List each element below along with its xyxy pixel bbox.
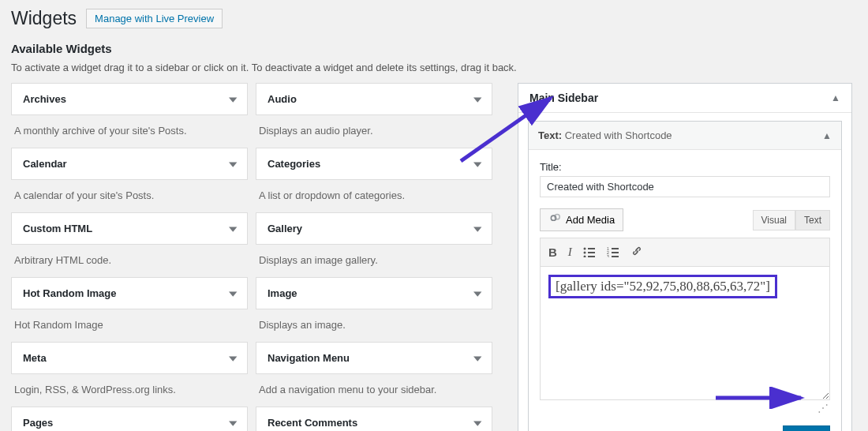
svg-rect-3 xyxy=(588,252,595,253)
svg-rect-1 xyxy=(588,248,595,249)
svg-rect-11 xyxy=(612,256,619,257)
widget-name: Gallery xyxy=(268,223,302,234)
available-widget[interactable]: Gallery▾ xyxy=(256,212,492,245)
shortcode-text: [gallery ids="52,92,75,80,88,65,63,72"] xyxy=(548,275,777,298)
bullet-list-button[interactable] xyxy=(583,246,596,259)
available-widget[interactable]: Meta▾ xyxy=(11,342,248,374)
widget-description: Hot Random Image xyxy=(11,309,248,342)
widget-name: Calendar xyxy=(23,158,67,170)
chevron-down-icon: ▾ xyxy=(229,352,238,364)
widget-name: Image xyxy=(268,287,297,299)
page-title: Widgets xyxy=(11,8,77,29)
widget-name: Custom HTML xyxy=(23,223,92,234)
manage-live-preview-button[interactable]: Manage with Live Preview xyxy=(86,9,223,28)
collapse-icon: ▲ xyxy=(831,92,840,103)
svg-point-4 xyxy=(583,255,586,257)
sidebar-area-main: Main Sidebar ▲ Text: Created with Shortc… xyxy=(518,83,852,431)
bold-button[interactable]: B xyxy=(548,245,557,259)
widget-description: Displays an image gallery. xyxy=(256,245,492,277)
chevron-down-icon: ▾ xyxy=(473,352,482,364)
chevron-down-icon: ▾ xyxy=(229,93,238,105)
tab-visual[interactable]: Visual xyxy=(753,210,795,230)
widget-name: Recent Comments xyxy=(268,417,357,429)
available-widget[interactable]: Recent Comments▾ xyxy=(256,407,492,431)
available-widget[interactable]: Hot Random Image▾ xyxy=(11,277,248,309)
widget-name: Categories xyxy=(268,158,320,170)
svg-rect-5 xyxy=(588,256,595,257)
widget-name: Archives xyxy=(23,93,66,105)
chevron-down-icon: ▾ xyxy=(229,287,238,299)
available-widgets-description: To activate a widget drag it to a sideba… xyxy=(11,62,852,73)
available-widget[interactable]: Calendar▾ xyxy=(11,148,248,180)
widget-name: Meta xyxy=(23,352,47,364)
widget-name: Navigation Menu xyxy=(268,352,350,364)
save-button[interactable]: Save xyxy=(783,425,830,431)
chevron-down-icon: ▾ xyxy=(473,93,482,105)
collapse-icon: ▲ xyxy=(822,130,832,141)
chevron-down-icon: ▾ xyxy=(229,158,238,170)
chevron-down-icon: ▾ xyxy=(473,417,482,429)
widget-name: Audio xyxy=(268,93,297,105)
available-widget[interactable]: Navigation Menu▾ xyxy=(256,342,492,374)
available-widget[interactable]: Archives▾ xyxy=(11,83,248,115)
widget-description: A list or dropdown of categories. xyxy=(256,180,492,212)
available-widget[interactable]: Pages▾ xyxy=(11,407,248,431)
media-icon xyxy=(548,213,561,227)
chevron-down-icon: ▾ xyxy=(473,223,482,234)
add-media-button[interactable]: Add Media xyxy=(540,208,623,231)
title-input[interactable] xyxy=(540,176,830,197)
widget-description: A monthly archive of your site's Posts. xyxy=(11,115,248,148)
widget-type-label: Text: xyxy=(538,129,562,141)
title-field-label: Title: xyxy=(540,161,830,173)
svg-point-2 xyxy=(583,251,586,253)
svg-rect-7 xyxy=(612,248,619,249)
widget-name: Pages xyxy=(23,417,53,429)
available-widget[interactable]: Custom HTML▾ xyxy=(11,212,248,245)
svg-point-0 xyxy=(583,247,586,249)
tab-text[interactable]: Text xyxy=(795,210,830,230)
sidebar-header[interactable]: Main Sidebar ▲ xyxy=(518,84,851,113)
numbered-list-button[interactable]: 123 xyxy=(607,246,619,259)
widget-name: Hot Random Image xyxy=(23,287,116,299)
link-button[interactable] xyxy=(630,245,643,260)
sidebar-title: Main Sidebar xyxy=(529,92,598,104)
widget-instance-text: Text: Created with Shortcode ▲ Title: xyxy=(528,121,842,431)
widget-description: Add a navigation menu to your sidebar. xyxy=(256,374,492,407)
widget-subtitle: Created with Shortcode xyxy=(565,129,672,141)
chevron-down-icon: ▾ xyxy=(473,287,482,299)
editor-toolbar: B I 123 xyxy=(540,238,830,266)
svg-rect-9 xyxy=(612,252,619,253)
svg-text:3: 3 xyxy=(607,254,609,257)
resize-handle-icon[interactable]: ⋰ xyxy=(817,402,830,414)
widget-description: Displays an audio player. xyxy=(256,115,492,148)
widget-description: Displays an image. xyxy=(256,309,492,342)
available-widget[interactable]: Audio▾ xyxy=(256,83,492,115)
available-widget[interactable]: Categories▾ xyxy=(256,148,492,180)
widget-instance-header[interactable]: Text: Created with Shortcode ▲ xyxy=(529,122,841,150)
widget-description: Arbitrary HTML code. xyxy=(11,245,248,277)
chevron-down-icon: ▾ xyxy=(229,417,238,429)
available-widgets-heading: Available Widgets xyxy=(11,42,852,55)
widget-description: Login, RSS, & WordPress.org links. xyxy=(11,374,248,407)
content-editor[interactable]: [gallery ids="52,92,75,80,88,65,63,72"] xyxy=(540,266,830,400)
available-widget[interactable]: Image▾ xyxy=(256,277,492,309)
chevron-down-icon: ▾ xyxy=(473,158,482,170)
italic-button[interactable]: I xyxy=(568,245,572,259)
chevron-down-icon: ▾ xyxy=(229,223,238,234)
widget-description: A calendar of your site's Posts. xyxy=(11,180,248,212)
